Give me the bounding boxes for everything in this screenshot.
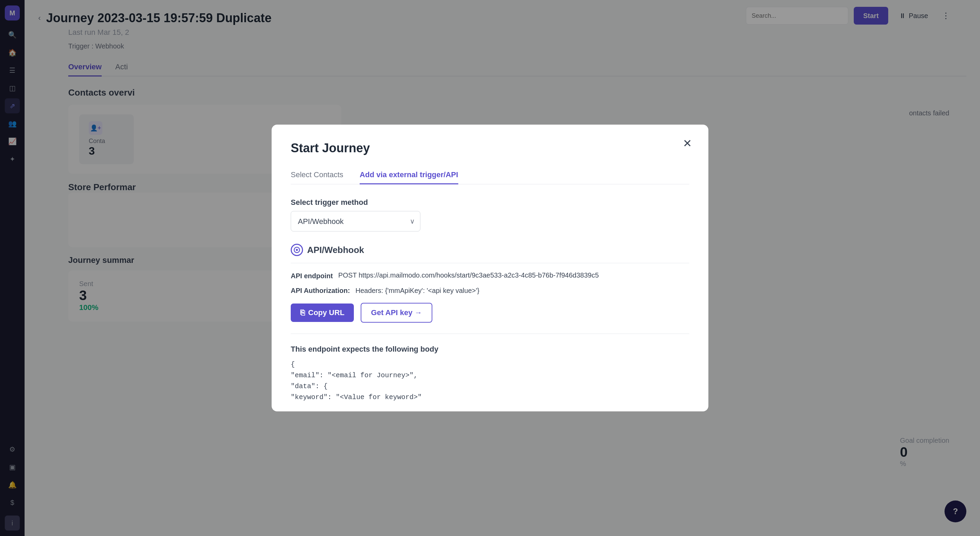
api-webhook-section: API/Webhook API endpoint POST https://ap… xyxy=(291,244,689,412)
trigger-method-wrapper: API/Webhook ∨ xyxy=(291,211,420,231)
modal-title: Start Journey xyxy=(291,141,689,155)
tab-select-contacts[interactable]: Select Contacts xyxy=(291,166,343,184)
api-endpoint-row: API endpoint POST https://api.mailmodo.c… xyxy=(291,271,689,280)
see-guide-link[interactable]: See detailed guide xyxy=(291,411,347,412)
get-api-key-button[interactable]: Get API key → xyxy=(361,303,432,322)
start-journey-modal: ✕ Start Journey Select Contacts Add via … xyxy=(272,124,708,412)
copy-url-button[interactable]: ⎘ Copy URL xyxy=(291,303,354,322)
webhook-icon xyxy=(291,244,303,256)
api-auth-value: Headers: {'mmApiKey': '<api key value>'} xyxy=(356,287,479,295)
tab-external-trigger[interactable]: Add via external trigger/API xyxy=(360,166,458,184)
trigger-method-select[interactable]: API/Webhook xyxy=(291,211,420,231)
api-endpoint-label: API endpoint xyxy=(291,271,333,280)
api-auth-label: API Authorization: xyxy=(291,287,350,295)
svg-point-1 xyxy=(296,249,298,251)
trigger-method-label: Select trigger method xyxy=(291,198,689,207)
api-webhook-header: API/Webhook xyxy=(291,244,689,263)
api-auth-row: API Authorization: Headers: {'mmApiKey':… xyxy=(291,287,689,295)
endpoint-url: https://api.mailmodo.com/hooks/start/9c3… xyxy=(359,271,599,279)
endpoint-body-title: This endpoint expects the following body xyxy=(291,345,689,354)
modal-close-button[interactable]: ✕ xyxy=(683,137,692,150)
endpoint-method: POST xyxy=(338,271,356,279)
api-endpoint-value: POST https://api.mailmodo.com/hooks/star… xyxy=(338,271,598,279)
webhook-title: API/Webhook xyxy=(307,245,364,255)
code-block: { "email": "<email for Journey>", "data"… xyxy=(291,359,689,403)
code-line-1: { xyxy=(291,359,689,370)
modal-overlay[interactable]: ✕ Start Journey Select Contacts Add via … xyxy=(0,0,980,536)
copy-icon: ⎘ xyxy=(300,308,305,317)
modal-tabs: Select Contacts Add via external trigger… xyxy=(291,166,689,184)
code-line-2: "email": "<email for Journey>", xyxy=(291,370,689,381)
code-line-4: "keyword": "<Value for keyword>" xyxy=(291,392,689,403)
code-line-3: "data": { xyxy=(291,381,689,392)
actions-row: ⎘ Copy URL Get API key → xyxy=(291,303,689,334)
